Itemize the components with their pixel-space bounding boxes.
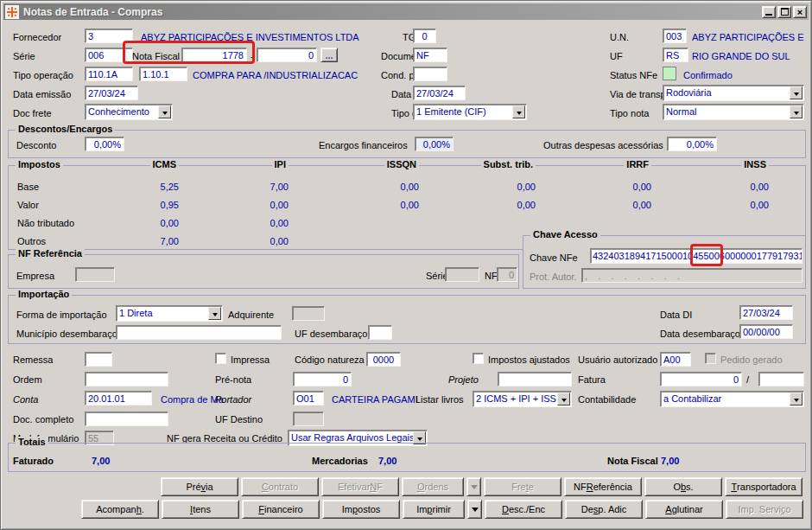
contabilidade-dropdown-arrow[interactable] [790,393,802,405]
impostos-value: 0,00 [9,182,536,192]
forma-importacao-dropdown-arrow[interactable] [208,307,221,320]
itens-button[interactable]: Itens [162,500,239,519]
encargos-label: Encargos financeiros [319,140,408,150]
tipo-operacao-code2-input[interactable]: 1.10.1 [139,67,187,81]
contrato-button: Contrato [241,477,319,496]
contabilidade-label: Contabilidade [578,394,636,405]
impostos-title: Impostos [16,159,63,169]
nota-fiscal-sub-input[interactable]: 0 [257,48,317,62]
tipo-nota-value: Normal [666,106,696,117]
imprimir-dropdown-arrow[interactable] [467,500,482,519]
tipo-operacao-code1-input[interactable]: 110.1A [85,67,133,81]
conta-label: Conta [13,394,38,405]
data-entrada-input[interactable]: 27/03/24 [413,86,466,100]
total-nota-fiscal-value: 7,00 [661,456,679,466]
impostos-value: 0,00 [9,200,536,210]
outras-despesas-label: Outras despesas acessórias [543,140,663,150]
listar-livros-dropdown-arrow[interactable] [557,393,570,405]
impressa-checkbox[interactable] [215,353,226,364]
data-di-input[interactable]: 27/03/24 [739,305,793,320]
desc-enc-button[interactable]: Desc./Enc [485,500,562,519]
status-nfe-label: Status NFe [610,70,657,80]
documento-input[interactable]: NF [413,48,447,62]
aglutinar-button[interactable]: Aglutinar [645,500,723,519]
un-name: ABYZ PARTICIPAÇÕES E [692,32,804,42]
minimize-icon[interactable] [762,6,776,18]
tipo-frete-dropdown-arrow[interactable] [512,105,525,118]
nota-fiscal-more-button[interactable]: ... [320,48,338,62]
impostos-ajustados-checkbox[interactable] [473,353,484,364]
previa-button[interactable]: Prévia [161,477,238,496]
impostos-value: 7,00 [9,182,289,192]
codigo-natureza-input[interactable]: 0000 [366,352,401,367]
nf-referencia-button[interactable]: NF Referência [564,477,642,496]
forma-importacao-select[interactable]: 1 Direta [116,305,223,322]
maximize-icon[interactable] [777,6,791,18]
fatura-parcela-input[interactable] [758,372,804,386]
empresa-label: Empresa [16,271,54,281]
projeto-input[interactable] [498,372,572,386]
pedido-gerado-label: Pedido gerado [720,354,783,365]
contabilidade-select[interactable]: a Contabilizar [660,391,804,407]
tipo-nota-select[interactable]: Normal [663,104,804,120]
close-icon[interactable]: × [793,6,807,18]
via-transporte-value: Rodoviária [666,87,712,98]
tg-input[interactable]: 0 [413,29,436,43]
un-input[interactable]: 003 [663,29,687,43]
pre-nota-label: Pré-nota [215,374,251,385]
nota-fiscal-input[interactable]: 1778 [181,48,247,62]
outras-despesas-input[interactable]: 0,00% [667,137,717,151]
transportadora-button[interactable]: Transportadora [725,477,802,496]
impostos-row-label: Não tributado [17,218,74,228]
total-nota-fiscal-label: Nota Fiscal [607,456,658,466]
desconto-input[interactable]: 0,00% [85,137,124,151]
cond-pag-input[interactable] [413,67,447,81]
fornecedor-input[interactable]: 3 [85,29,133,43]
listar-livros-value: 2 ICMS + IPI + ISS [476,393,556,404]
imp-servico-button: Imp. Serviço [726,500,803,519]
portador-input[interactable]: O01 [293,391,324,405]
remessa-input[interactable] [85,352,112,367]
imprimir-button[interactable]: Imprimir [403,500,465,519]
uf-input[interactable]: RS [663,48,688,62]
prot-autor-label: Prot. Autor. [530,271,576,282]
chave-nfe-label: Chave NFe [530,252,578,263]
acompanh-button[interactable]: Acompanh. [81,500,159,519]
pre-nota-input[interactable]: 0 [293,372,352,386]
via-transporte-select[interactable]: Rodoviária [663,85,804,101]
encargos-input[interactable]: 0,00% [415,137,454,151]
tipo-nota-dropdown-arrow[interactable] [790,105,802,118]
forma-importacao-value: 1 Direta [119,308,153,318]
doc-frete-dropdown-arrow[interactable] [158,105,171,118]
impostos-ajustados-label: Impostos ajustados [488,354,570,365]
via-transporte-dropdown-arrow[interactable] [790,86,802,99]
conta-input[interactable]: 20.01.01 [85,391,152,405]
listar-livros-select[interactable]: 2 ICMS + IPI + ISS [473,391,572,407]
desp-adic-button[interactable]: Desp. Adic [565,500,643,519]
nf-referencia-title: NF Referência [16,248,85,259]
uf-desembaraco-input[interactable] [368,325,392,340]
impostos-value: 0,00 [9,200,651,210]
fatura-label: Fatura [578,374,606,385]
codigo-natureza-label: Código natureza [295,354,365,365]
listar-livros-label: Listar livros [416,394,464,405]
obs-button[interactable]: Obs. [644,477,722,496]
municipio-desembaraco-input[interactable] [116,325,282,340]
data-desembaraco-input[interactable]: 00/00/00 [739,324,793,339]
doc-completo-input[interactable] [85,412,168,426]
data-di-label: Data DI [660,310,692,320]
desconto-label: Desconto [16,140,56,150]
serie-input[interactable]: 006 [85,48,133,62]
chave-nfe-input[interactable]: 4324031894171500010455006000000177917931 [590,248,802,264]
impostos-button[interactable]: Impostos [322,500,400,519]
ordem-input[interactable] [85,372,168,386]
data-emissao-input[interactable]: 27/03/24 [85,86,138,100]
financeiro-button[interactable]: Financeiro [242,500,320,519]
tipo-operacao-desc: COMPRA PARA /INDUSTRIALIZACAC [193,70,358,80]
titlebar: Notas de Entrada - Compras × [3,3,809,20]
fatura-input[interactable]: 0 [660,372,742,386]
tipo-frete-select[interactable]: 1 Emitente (CIF) [413,104,527,120]
usuario-autorizado-input[interactable]: A00 [660,352,691,367]
impostos-row-label: Valor [17,200,39,210]
doc-frete-select[interactable]: Conhecimento [85,104,173,120]
